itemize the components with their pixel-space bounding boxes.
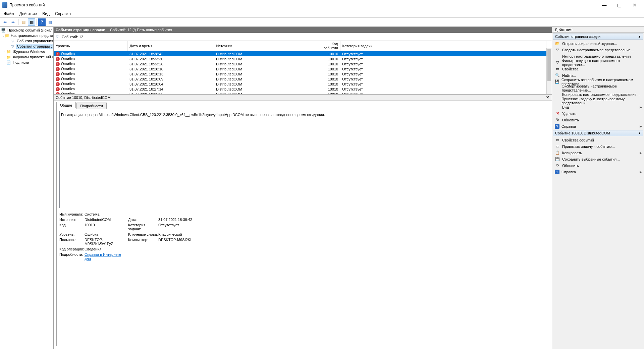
detail-message: Регистрация сервера MicrosoftWindows.Cli… — [59, 111, 546, 208]
action-label: Сохранить выбранные события... — [562, 157, 620, 161]
close-button[interactable]: ✕ — [627, 0, 642, 10]
field-date-label: Дата: — [128, 218, 158, 222]
action-item[interactable]: ?Справка▶ — [552, 169, 644, 175]
action-icon: 📂 — [555, 41, 560, 46]
event-table-wrap: Уровень Дата и время Источник Код событи… — [54, 41, 552, 95]
col-source[interactable]: Источник — [214, 41, 318, 51]
tab-general[interactable]: Общие — [56, 102, 76, 108]
action-item[interactable]: Привязать задачу к настраиваемому предст… — [552, 98, 644, 104]
action-label: Удалить — [562, 112, 576, 116]
event-row[interactable]: !Ошибка31.07.2021 18:26:22DistributedCOM… — [54, 92, 546, 94]
show-hide-tree-button[interactable]: ▥ — [20, 18, 27, 26]
field-opcode-value: Сведения — [85, 247, 128, 251]
event-row[interactable]: !Ошибка31.07.2021 18:28:18DistributedCOM… — [54, 66, 546, 71]
actions-section1-title[interactable]: События страницы сводки ▲ — [553, 34, 643, 40]
tree-summary-events[interactable]: ▽ События страницы свод — [0, 44, 54, 49]
folder-icon: 📁 — [5, 33, 9, 38]
field-computer-label: Компьютер: — [128, 238, 158, 246]
action-item[interactable]: 💾Сохранить выбранные события... — [552, 156, 644, 162]
col-taskcat[interactable]: Категория задачи — [340, 41, 546, 51]
action-item[interactable]: 📂Открыть сохраненный журнал... — [552, 40, 644, 47]
action-label: Копировать — [562, 151, 582, 155]
detail-body: Регистрация сервера MicrosoftWindows.Cli… — [56, 108, 549, 346]
menu-help[interactable]: Справка — [52, 10, 73, 17]
action-item[interactable]: ✖Удалить — [552, 110, 644, 117]
subscriptions-icon: 📄 — [6, 60, 11, 65]
event-row[interactable]: !Ошибка31.07.2021 18:33:30DistributedCOM… — [54, 56, 546, 61]
col-eventid[interactable]: Код события — [318, 41, 340, 51]
action-item[interactable]: ↻Обновить — [552, 117, 644, 123]
maximize-button[interactable]: ▢ — [612, 0, 627, 10]
action-item[interactable]: ▽Фильтр текущего настраиваемого представ… — [552, 59, 644, 66]
event-row[interactable]: !Ошибка31.07.2021 18:33:28DistributedCOM… — [54, 61, 546, 66]
expand-icon[interactable]: ⌄ — [2, 34, 5, 37]
tree-admin-events[interactable]: ▽ События управления — [0, 38, 54, 44]
tree: 🖥️ Просмотр событий (Локальны ⌄ 📁 Настра… — [0, 27, 54, 66]
error-icon: ! — [56, 87, 60, 91]
expand-icon[interactable]: › — [2, 55, 6, 59]
action-item[interactable]: ?Справка▶ — [552, 123, 644, 129]
action-label: Привязать задачу к событию... — [562, 144, 615, 149]
center-header-title: События страницы сводки — [56, 28, 105, 32]
tree-windows-logs[interactable]: › 📁 Журналы Windows — [0, 49, 54, 54]
filter-count: Событий: 12 — [62, 35, 83, 39]
event-row[interactable]: !Ошибка31.07.2021 18:28:04DistributedCOM… — [54, 81, 546, 86]
collapse-icon[interactable]: ▲ — [638, 35, 641, 38]
detail-close-button[interactable]: ✕ — [545, 95, 550, 100]
field-logname-label: Имя журнала: — [59, 212, 85, 216]
event-row[interactable]: !Ошибка31.07.2021 18:38:42DistributedCOM… — [54, 51, 546, 56]
toolbar: ⬅ ➡ ▥ ▦ ? ▤ — [0, 17, 644, 27]
event-row[interactable]: !Ошибка31.07.2021 18:27:14DistributedCOM… — [54, 86, 546, 92]
help-button[interactable]: ? — [38, 18, 46, 26]
tab-details[interactable]: Подробности — [76, 103, 107, 109]
action-item[interactable]: Экспортировать настраиваемое представлен… — [552, 85, 644, 91]
field-taskcat-value: Отсутствует — [158, 223, 225, 231]
action-label: Экспортировать настраиваемое представлен… — [562, 84, 642, 92]
app-icon — [2, 2, 7, 8]
error-icon: ! — [56, 72, 60, 76]
event-row[interactable]: !Ошибка31.07.2021 18:28:13DistributedCOM… — [54, 71, 546, 76]
col-datetime[interactable]: Дата и время — [127, 41, 214, 51]
action-icon — [555, 54, 560, 59]
minimize-button[interactable]: — — [597, 0, 612, 10]
event-row[interactable]: !Ошибка31.07.2021 18:28:09DistributedCOM… — [54, 76, 546, 81]
action-item[interactable]: ↻Обновить — [552, 162, 644, 169]
vertical-scrollbar[interactable] — [546, 48, 552, 94]
action-item[interactable]: ▭Свойства — [552, 66, 644, 72]
online-help-link[interactable]: Справка в Интернете для — [85, 252, 121, 260]
action-item[interactable]: ▽Создать настраиваемое представление... — [552, 47, 644, 53]
tree-root[interactable]: 🖥️ Просмотр событий (Локальны — [0, 27, 54, 33]
action-item[interactable]: Вид▶ — [552, 104, 644, 110]
action-label: Вид — [562, 105, 569, 109]
expand-icon[interactable]: › — [2, 50, 6, 53]
field-keywords-label: Ключевые слова: — [128, 232, 158, 236]
collapse-icon[interactable]: ▲ — [638, 131, 641, 135]
actions-header: Действия — [552, 27, 644, 33]
action-item[interactable]: ▭Привязать задачу к событию... — [552, 143, 644, 150]
tree-subscriptions[interactable]: 📄 Подписки — [0, 60, 54, 65]
menu-view[interactable]: Вид — [40, 10, 52, 17]
field-source-label: Источник: — [59, 218, 85, 222]
refresh-button[interactable]: ▤ — [46, 18, 54, 26]
action-item[interactable]: ▭Свойства событий — [552, 137, 644, 143]
action-label: Справка — [561, 124, 576, 128]
menu-file[interactable]: Файл — [1, 10, 17, 17]
detail-header: Событие 10010, DistributedCOM ✕ — [54, 95, 552, 101]
col-level[interactable]: Уровень — [54, 41, 127, 51]
tree-custom-views[interactable]: ⌄ 📁 Настраиваемые представле — [0, 33, 54, 38]
detail-pane: Событие 10010, DistributedCOM ✕ Общие По… — [54, 95, 552, 349]
show-hide-actions-button[interactable]: ▦ — [28, 18, 35, 26]
back-button[interactable]: ⬅ — [1, 18, 9, 26]
filter-bar: ▽ Событий: 12 — [54, 33, 552, 41]
actions-section2-title[interactable]: Событие 10010, DistributedCOM ▲ — [553, 130, 643, 136]
action-item[interactable]: 📋Копировать▶ — [552, 150, 644, 156]
menubar: Файл Действие Вид Справка — [0, 10, 644, 17]
menu-action[interactable]: Действие — [17, 10, 40, 17]
action-label: Открыть сохраненный журнал... — [562, 42, 617, 46]
forward-button[interactable]: ➡ — [9, 18, 17, 26]
action-label: Импорт настраиваемого представления — [562, 54, 631, 58]
action-label: Привязать задачу к настраиваемому предст… — [561, 97, 642, 105]
tree-app-logs[interactable]: › 📁 Журналы приложений и сл — [0, 54, 54, 60]
action-label: Свойства событий — [562, 138, 594, 142]
action-icon: ? — [555, 124, 559, 129]
